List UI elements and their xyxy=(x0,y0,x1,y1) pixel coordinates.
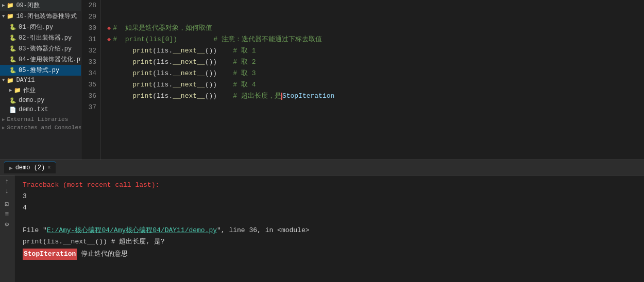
sidebar-item-scratches[interactable]: ▶ Scratches and Consoles xyxy=(0,124,81,132)
sidebar-label-file-04: 04-使用装饰器优化.py xyxy=(19,55,81,64)
file-py-icon-demo: 🐍 xyxy=(9,97,16,104)
code-line-30: ◆ # 如果是迭代器对象，如何取值 xyxy=(107,23,638,34)
sidebar-label-demo-py: demo.py xyxy=(19,97,44,104)
traceback-header: Traceback (most recent call last): xyxy=(23,180,636,191)
code-line-35: print(lis.__next__()) # 取 4 xyxy=(107,79,638,91)
file-py-icon-04: 🐍 xyxy=(9,56,16,63)
sidebar-item-file-05[interactable]: 🐍 05-推导式.py xyxy=(0,65,81,76)
up-arrow-icon[interactable]: ↑ xyxy=(5,178,9,185)
terminal-icon[interactable]: ⊡ xyxy=(5,200,9,208)
sidebar-item-10[interactable]: ▼ 📁 10-闭包装饰器推导式 xyxy=(0,11,81,22)
sidebar-item-file-02[interactable]: 🐍 02-引出装饰器.py xyxy=(0,32,81,43)
sidebar-item-work[interactable]: ▶ 📁 作业 xyxy=(0,85,81,96)
file-py-icon-05: 🐍 xyxy=(9,67,16,74)
sidebar-label-file-05: 05-推导式.py xyxy=(19,66,59,75)
editor-area: 28 29 30 31 32 33 34 35 36 37 ◆ # 如果是迭代 xyxy=(81,0,644,160)
code-line-28 xyxy=(107,0,638,11)
code-line-31: ◆ # print(lis[0]) # 注意：迭代器不能通过下标去取值 xyxy=(107,34,638,45)
output-blank xyxy=(23,214,636,225)
comment-30: # 如果是迭代器对象，如何取值 xyxy=(113,23,212,34)
code-line-33: print(lis.__next__()) # 取 2 xyxy=(107,57,638,68)
stop-iteration-line: StopIteration 停止迭代的意思 xyxy=(23,249,636,260)
sidebar-item-demo-txt[interactable]: 📄 demo.txt xyxy=(0,105,81,114)
bottom-panel: ▶ demo (2) × ↑ ↓ ⊡ ≡ ⚙ Traceback (most r… xyxy=(0,160,644,282)
comment-31: # print(lis[0]) # 注意：迭代器不能通过下标去取值 xyxy=(113,34,322,45)
console-tab-label: demo (2) xyxy=(15,164,45,171)
sidebar-label-file-03: 03-装饰器介绍.py xyxy=(19,44,72,53)
run-icon: ▶ xyxy=(9,165,13,171)
console-output: Traceback (most recent call last): 3 4 F… xyxy=(14,175,644,282)
file-traceback-line: File "E:/Amy-核心编程04/Amy核心编程04/DAY11/demo… xyxy=(23,225,636,236)
sidebar: ▶ 📁 09-闭数 ▼ 📁 10-闭包装饰器推导式 🐍 01-闭包.py 🐍 0… xyxy=(0,0,81,160)
folder-icon-09: 📁 xyxy=(7,2,14,9)
sidebar-item-file-03[interactable]: 🐍 03-装饰器介绍.py xyxy=(0,43,81,54)
stack-icon[interactable]: ≡ xyxy=(5,210,9,218)
stop-iteration-message: 停止迭代的意思 xyxy=(81,249,128,260)
sidebar-label-scratches: Scratches and Consoles xyxy=(7,125,81,131)
line-numbers: 28 29 30 31 32 33 34 35 36 37 xyxy=(81,0,101,160)
sidebar-item-09[interactable]: ▶ 📁 09-闭数 xyxy=(0,0,81,11)
code-traceback-line: print(lis.__next__()) # 超出长度, 是? xyxy=(23,236,636,248)
panel-tabs: ▶ demo (2) × xyxy=(0,160,644,175)
traceback-label: Traceback (most recent call last): xyxy=(23,181,159,189)
code-line-36: print(lis.__next__()) # 超出长度，是StopIterat… xyxy=(107,91,638,102)
sidebar-label-day11: DAY11 xyxy=(16,77,35,84)
file-py-icon-03: 🐍 xyxy=(9,45,16,52)
breakpoint-31: ◆ xyxy=(107,34,111,45)
code-container: 28 29 30 31 32 33 34 35 36 37 ◆ # 如果是迭代 xyxy=(81,0,644,160)
sidebar-label-10: 10-闭包装饰器推导式 xyxy=(16,12,77,21)
sidebar-item-file-01[interactable]: 🐍 01-闭包.py xyxy=(0,22,81,32)
sidebar-label-external: External Libraries xyxy=(7,116,68,122)
sidebar-item-day11[interactable]: ▼ 📁 DAY11 xyxy=(0,76,81,85)
console-tab-close[interactable]: × xyxy=(47,165,50,171)
panel-bottom-row: ↑ ↓ ⊡ ≡ ⚙ Traceback (most recent call la… xyxy=(0,175,644,282)
file-py-icon-01: 🐍 xyxy=(9,24,16,30)
file-txt-icon-demo: 📄 xyxy=(9,107,16,113)
main-area: ▶ 📁 09-闭数 ▼ 📁 10-闭包装饰器推导式 🐍 01-闭包.py 🐍 0… xyxy=(0,0,644,160)
panel-left-icons: ↑ ↓ ⊡ ≡ ⚙ xyxy=(0,175,14,282)
sidebar-label-file-01: 01-闭包.py xyxy=(19,23,53,31)
file-py-icon-02: 🐍 xyxy=(9,34,16,41)
output-line-4: 4 xyxy=(23,202,636,214)
output-line-3: 3 xyxy=(23,191,636,202)
sidebar-item-file-04[interactable]: 🐍 04-使用装饰器优化.py xyxy=(0,54,81,65)
settings-icon[interactable]: ⚙ xyxy=(5,220,9,228)
sidebar-label-work: 作业 xyxy=(23,86,36,95)
console-tab[interactable]: ▶ demo (2) × xyxy=(4,162,56,173)
sidebar-label-09: 09-闭数 xyxy=(16,1,40,10)
folder-icon-day11: 📁 xyxy=(7,77,14,84)
code-content[interactable]: ◆ # 如果是迭代器对象，如何取值 ◆ # print(lis[0]) # 注意… xyxy=(101,0,644,160)
stop-iteration-badge: StopIteration xyxy=(23,249,77,260)
down-arrow-icon[interactable]: ↓ xyxy=(5,187,9,195)
sidebar-item-external-libs[interactable]: ▶ External Libraries xyxy=(0,115,81,124)
sidebar-label-demo-txt: demo.txt xyxy=(19,106,48,113)
sidebar-item-demo-py[interactable]: 🐍 demo.py xyxy=(0,96,81,105)
code-line-34: print(lis.__next__()) # 取 3 xyxy=(107,68,638,79)
code-line-32: print(lis.__next__()) # 取 1 xyxy=(107,45,638,57)
code-line-37 xyxy=(107,102,638,113)
breakpoint-30: ◆ xyxy=(107,23,111,34)
folder-icon-work: 📁 xyxy=(14,87,21,94)
file-link[interactable]: E:/Amy-核心编程04/Amy核心编程04/DAY11/demo.py xyxy=(47,226,217,234)
folder-icon-10: 📁 xyxy=(7,13,14,20)
code-line-29 xyxy=(107,11,638,23)
sidebar-label-file-02: 02-引出装饰器.py xyxy=(19,33,72,42)
